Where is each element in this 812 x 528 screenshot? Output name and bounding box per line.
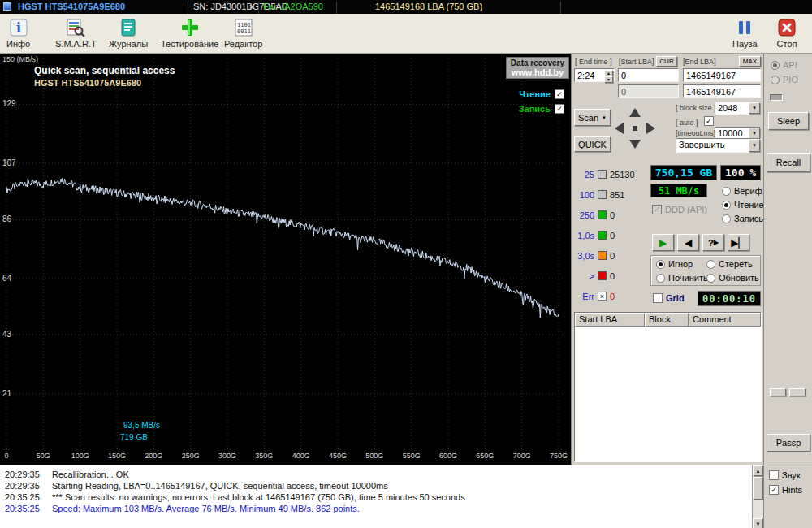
passport-button[interactable]: Passp <box>767 434 810 452</box>
action-ignore-option[interactable]: Игнор <box>656 259 693 269</box>
toolbar-test-button[interactable]: Тестирование <box>158 15 222 52</box>
radio-icon[interactable] <box>771 76 780 84</box>
start-lba-alt-input[interactable] <box>618 84 679 98</box>
pio-option[interactable]: PIO <box>771 75 798 84</box>
mode-write-option[interactable]: Запись <box>722 214 763 223</box>
sound-checkbox[interactable]: ✓ <box>769 470 779 480</box>
x-tick-label: 450G <box>329 452 347 460</box>
skip-end-button[interactable]: ▶▏ <box>728 234 749 251</box>
toolbar-stop-button[interactable]: Стоп <box>773 15 801 52</box>
action-erase-option[interactable]: Стереть <box>706 259 753 269</box>
legend-read-label: Чтение <box>519 89 551 99</box>
scroll-down-icon[interactable]: ▼ <box>753 518 763 528</box>
scroll-up-icon[interactable]: ▲ <box>753 465 763 476</box>
spin-up-icon[interactable]: ▲ <box>604 70 613 76</box>
hints-checkbox[interactable]: ✓ <box>769 485 779 495</box>
jog-center-dot[interactable] <box>633 126 637 131</box>
log-scrollbar[interactable]: ▲ ▼ <box>752 465 763 528</box>
counter-label: > <box>575 271 594 281</box>
scan-menu-button[interactable]: Scan ▼ <box>574 109 611 126</box>
toolbar-label: Стоп <box>777 39 797 49</box>
toolbar-editor-button[interactable]: 11010011 Редактор <box>221 15 266 52</box>
drive-info-bar: HGST HTS541075A9E680 SN: JD43001BG7D5AC … <box>0 0 812 14</box>
recall-button[interactable]: Recall <box>767 153 810 172</box>
action-refresh-option[interactable]: Обновить <box>706 273 759 283</box>
elapsed-timer-lcd: 00:00:10 <box>698 291 761 306</box>
latency-counter-row: 3,0s 0 <box>575 250 615 261</box>
jog-right-icon[interactable] <box>646 123 655 134</box>
start-lba-input[interactable] <box>618 68 679 82</box>
auto-checkbox[interactable]: ✓ <box>704 116 714 126</box>
quick-button[interactable]: QUICK <box>574 136 611 152</box>
column-header-comment[interactable]: Comment <box>689 313 761 327</box>
finish-action-select[interactable]: Завершить ▼ <box>676 138 761 153</box>
max-button[interactable]: MAX <box>739 56 761 67</box>
radio-icon[interactable] <box>656 274 665 283</box>
radio-icon[interactable] <box>722 187 731 196</box>
radio-icon[interactable] <box>722 201 731 210</box>
chevron-down-icon[interactable]: ▼ <box>749 102 760 114</box>
start-button[interactable]: ▶ <box>652 234 674 251</box>
jog-up-icon[interactable] <box>629 108 641 117</box>
step-back-button[interactable]: ◀ <box>677 234 699 251</box>
jump-question-button[interactable]: ?▶ <box>702 234 724 251</box>
toolbar-pause-button[interactable]: Пауза <box>729 15 761 52</box>
radio-icon[interactable] <box>706 260 715 269</box>
toolbar-label: Инфо <box>6 39 30 49</box>
column-header-block[interactable]: Block <box>645 313 689 327</box>
sleep-button[interactable]: Sleep <box>768 112 809 130</box>
legend-write-checkbox[interactable]: ✓ <box>555 104 564 114</box>
titlebar-separator <box>258 2 259 14</box>
counter-value: 0 <box>610 271 615 281</box>
counter-led <box>598 170 607 179</box>
counter-value: 0 <box>610 210 615 220</box>
mode-verify-option[interactable]: Вериф. <box>722 186 765 196</box>
action-repair-option[interactable]: Починить <box>656 273 708 283</box>
spin-down-icon[interactable]: ▼ <box>604 76 613 83</box>
end-time-field[interactable]: 2:24 ▲ ▼ <box>574 68 615 82</box>
counter-led <box>598 231 607 240</box>
mode-read-label: Чтение <box>734 200 764 210</box>
toolbar-logs-button[interactable]: Журналы <box>106 15 151 52</box>
drive-firmware: Fw: JA2OA590 <box>263 2 323 12</box>
legend-read-checkbox[interactable]: ✓ <box>555 89 564 99</box>
hints-option[interactable]: ✓ Hints <box>769 485 802 495</box>
mini-button-1[interactable] <box>770 388 786 396</box>
toolbar-smart-button[interactable]: S.M.A.R.T <box>52 15 100 52</box>
jog-left-icon[interactable] <box>615 123 624 134</box>
grid-checkbox[interactable]: ✓ <box>653 293 663 303</box>
svg-text:1101: 1101 <box>237 22 251 28</box>
column-header-start-lba[interactable]: Start LBA <box>575 313 645 327</box>
chevron-down-icon[interactable]: ▼ <box>749 128 760 139</box>
mini-button-2[interactable] <box>789 388 806 396</box>
ddd-checkbox[interactable]: ✓ <box>652 205 662 214</box>
radio-icon[interactable] <box>722 214 731 223</box>
chevron-down-icon[interactable]: ▼ <box>749 139 760 152</box>
counter-label: 3,0s <box>575 251 594 261</box>
end-lba-input[interactable] <box>683 68 761 82</box>
y-tick-label: 21 <box>2 389 11 398</box>
jog-down-icon[interactable] <box>629 140 641 149</box>
x-tick-label: 500G <box>365 452 383 460</box>
end-lba-alt-input[interactable] <box>683 84 761 98</box>
close-icon[interactable]: × <box>249 2 254 12</box>
sound-option[interactable]: ✓ Звук <box>769 470 801 480</box>
info-icon: i <box>8 17 29 38</box>
block-size-select[interactable]: 2048 ▼ <box>715 102 761 115</box>
log-timestamp: 20:35:25 <box>5 492 52 502</box>
radio-icon[interactable] <box>771 61 780 70</box>
progress-lcd: 100 % <box>720 165 761 180</box>
api-option[interactable]: API <box>771 60 797 70</box>
ddd-api-option[interactable]: ✓ DDD (API) <box>652 205 707 214</box>
radio-icon[interactable] <box>656 260 665 269</box>
err-checkbox[interactable]: × <box>598 292 607 301</box>
titlebar-separator <box>336 2 337 14</box>
cur-button[interactable]: CUR <box>656 56 677 67</box>
mode-read-option[interactable]: Чтение <box>722 200 764 210</box>
grid-option[interactable]: ✓ Grid <box>653 293 685 303</box>
drive-icon <box>3 2 11 11</box>
timeout-value: 10000 <box>715 128 749 139</box>
radio-icon[interactable] <box>706 274 715 283</box>
toolbar-info-button[interactable]: i Инфо <box>3 15 33 52</box>
scrollbar-thumb[interactable] <box>753 477 763 500</box>
